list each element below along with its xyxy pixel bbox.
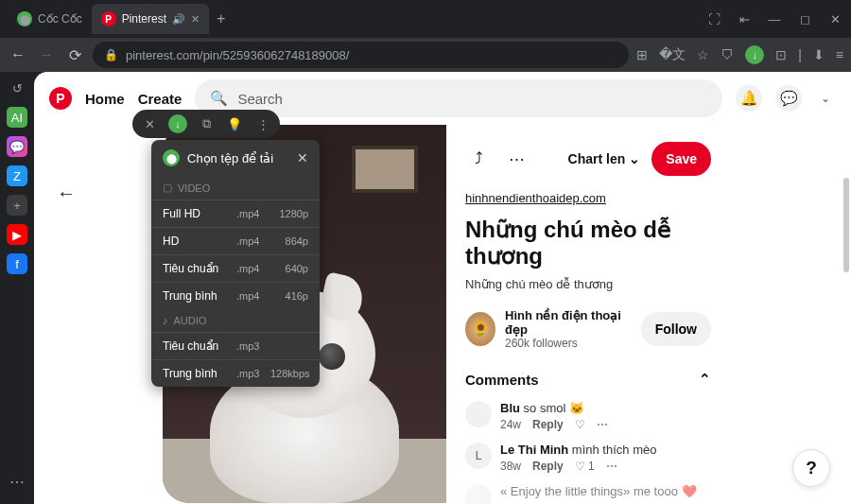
like-icon[interactable]: ♡ 1 <box>575 460 595 473</box>
comment-avatar[interactable] <box>465 484 492 504</box>
video-section-label: ▢ VIDEO <box>151 176 320 200</box>
notifications-icon[interactable]: 🔔 <box>736 85 762 112</box>
source-link[interactable]: hinhnendienthoaidep.com <box>465 191 606 205</box>
reply-button[interactable]: Reply <box>532 460 564 473</box>
install-icon[interactable]: ⊞ <box>636 47 648 62</box>
address-bar[interactable]: 🔒 pinterest.com/pin/525936062748189008/ <box>93 42 629 68</box>
download-option[interactable]: Full HD.mp41280p <box>151 200 320 227</box>
shield-icon[interactable]: ⛉ <box>721 47 734 62</box>
zalo-icon[interactable]: Z <box>7 165 27 186</box>
forward-button[interactable]: → <box>36 46 57 63</box>
comment-item: L Le Thi Minh mình thích mèo 38w Reply ♡… <box>465 443 711 473</box>
close-tab-icon[interactable]: ✕ <box>191 13 200 26</box>
translate-icon[interactable]: �文 <box>659 46 686 63</box>
youtube-icon[interactable]: ▶ <box>7 224 27 245</box>
downloader-pip-icon[interactable]: ⧉ <box>197 114 216 133</box>
pinterest-icon: P <box>101 11 116 26</box>
nav-create[interactable]: Create <box>138 91 182 107</box>
sidebar-more-icon[interactable]: ⋯ <box>9 473 25 498</box>
uploader-name[interactable]: Hình nền điện thoại đẹp <box>505 308 632 337</box>
pinterest-logo-icon[interactable]: P <box>49 87 72 110</box>
comment-more-icon[interactable]: ⋯ <box>606 460 617 473</box>
uploader-avatar[interactable]: 🌻 <box>465 312 495 346</box>
downloader-download-icon[interactable]: ↓ <box>168 114 187 133</box>
comment-avatar[interactable]: L <box>465 443 492 469</box>
download-icon[interactable]: ↓ <box>745 45 764 64</box>
facebook-icon[interactable]: f <box>7 253 27 274</box>
search-input[interactable]: 🔍 Search <box>195 79 722 117</box>
comments-toggle[interactable]: Comments ⌃ <box>465 371 711 388</box>
back-arrow-button[interactable]: ← <box>47 174 85 212</box>
tab-label: Cốc Cốc <box>38 12 82 26</box>
reply-button[interactable]: Reply <box>532 418 564 431</box>
downloader-title: Chọn tệp để tải <box>187 151 273 165</box>
divider: | <box>798 47 802 62</box>
sidebar-toggle-icon[interactable]: ⇤ <box>736 12 753 26</box>
browser-sidebar: ↺ AI 💬 Z + ▶ f ⋯ <box>0 72 34 504</box>
search-placeholder: Search <box>237 91 283 107</box>
coccoc-icon: ⬤ <box>17 11 32 26</box>
downloads-icon[interactable]: ⬇ <box>813 47 825 62</box>
downloader-toolbar: ✕ ↓ ⧉ 💡 ⋮ <box>132 110 280 138</box>
url-actions: ⊞ �文 ☆ ⛉ ↓ ⊡ | ⬇ ≡ <box>636 45 843 64</box>
chevron-down-icon: ⌄ <box>629 151 640 166</box>
uploader-row: 🌻 Hình nền điện thoại đẹp 260k followers… <box>465 308 711 350</box>
downloader-header: ⬤ Chọn tệp để tải ✕ <box>151 140 320 176</box>
close-window-button[interactable]: ✕ <box>826 12 843 26</box>
main: ↺ AI 💬 Z + ▶ f ⋯ P Home Create 🔍 Search … <box>0 72 851 504</box>
audio-section-label: ♪ AUDIO <box>151 309 320 332</box>
tab-coccoc[interactable]: ⬤ Cốc Cốc <box>8 4 92 34</box>
history-icon[interactable]: ↺ <box>7 78 27 98</box>
video-icon: ▢ <box>163 182 172 194</box>
reload-button[interactable]: ⟳ <box>64 46 85 64</box>
download-option[interactable]: HD.mp4864p <box>151 227 320 254</box>
nav-home[interactable]: Home <box>85 91 125 107</box>
share-icon[interactable]: ⤴ <box>465 146 492 172</box>
comment-avatar[interactable] <box>465 401 492 427</box>
like-icon[interactable]: ♡ <box>575 418 585 431</box>
board-selector[interactable]: Chart len ⌄ <box>568 151 641 166</box>
messenger-icon[interactable]: 💬 <box>7 136 27 157</box>
tab-label: Pinterest <box>122 12 166 26</box>
download-option[interactable]: Trung bình.mp4416p <box>151 282 320 309</box>
bookmark-icon[interactable]: ☆ <box>697 47 709 62</box>
messages-icon[interactable]: 💬 <box>775 85 802 112</box>
downloader-panel-close-icon[interactable]: ✕ <box>297 150 308 165</box>
search-icon: 🔍 <box>210 90 228 107</box>
url-bar: ← → ⟳ 🔒 pinterest.com/pin/52593606274818… <box>0 38 851 72</box>
maximize-button[interactable]: ◻ <box>796 12 813 26</box>
picture-frame <box>352 146 418 193</box>
add-sidebar-icon[interactable]: + <box>7 195 27 216</box>
follow-button[interactable]: Follow <box>641 312 711 346</box>
account-chevron-icon[interactable]: ⌄ <box>815 92 836 105</box>
download-option[interactable]: Tiêu chuẩn.mp3 <box>151 332 320 359</box>
download-option[interactable]: Tiêu chuẩn.mp4640p <box>151 254 320 282</box>
chevron-up-icon: ⌃ <box>699 371 711 388</box>
downloader-more-icon[interactable]: ⋮ <box>253 114 272 133</box>
back-button[interactable]: ← <box>8 46 28 63</box>
screenshot-icon[interactable]: ⛶ <box>705 12 722 26</box>
download-option[interactable]: Trung bình.mp3128kbps <box>151 359 320 387</box>
tab-pinterest[interactable]: P Pinterest 🔊 ✕ <box>92 4 209 34</box>
downloader-bulb-icon[interactable]: 💡 <box>225 114 244 133</box>
comment-item: Blu so smol 🐱 24w Reply ♡ ⋯ <box>465 401 711 431</box>
menu-icon[interactable]: ≡ <box>836 47 843 62</box>
audio-icon: ♪ <box>163 315 168 326</box>
minimize-button[interactable]: — <box>766 12 783 26</box>
save-button[interactable]: Save <box>651 142 711 176</box>
downloader-panel: ⬤ Chọn tệp để tải ✕ ▢ VIDEO Full HD.mp41… <box>151 140 320 387</box>
window-controls: ⛶ ⇤ — ◻ ✕ <box>705 12 843 26</box>
scrollbar[interactable] <box>842 178 851 504</box>
comment-more-icon[interactable]: ⋯ <box>597 418 608 431</box>
new-tab-button[interactable]: + <box>209 10 233 27</box>
audio-icon[interactable]: 🔊 <box>172 13 185 26</box>
more-icon[interactable]: ⋯ <box>503 146 530 172</box>
downloader-close-icon[interactable]: ✕ <box>140 114 159 133</box>
uploader-followers: 260k followers <box>505 337 632 350</box>
browser-tab-strip: ⬤ Cốc Cốc P Pinterest 🔊 ✕ + ⛶ ⇤ — ◻ ✕ <box>0 0 851 38</box>
page-content: P Home Create 🔍 Search 🔔 💬 ⌄ ✕ ↓ ⧉ 💡 ⋮ ⬤… <box>34 72 851 504</box>
extensions-icon[interactable]: ⊡ <box>775 47 787 62</box>
lock-icon: 🔒 <box>104 48 118 61</box>
ai-icon[interactable]: AI <box>7 107 27 128</box>
help-button[interactable]: ? <box>792 449 830 487</box>
